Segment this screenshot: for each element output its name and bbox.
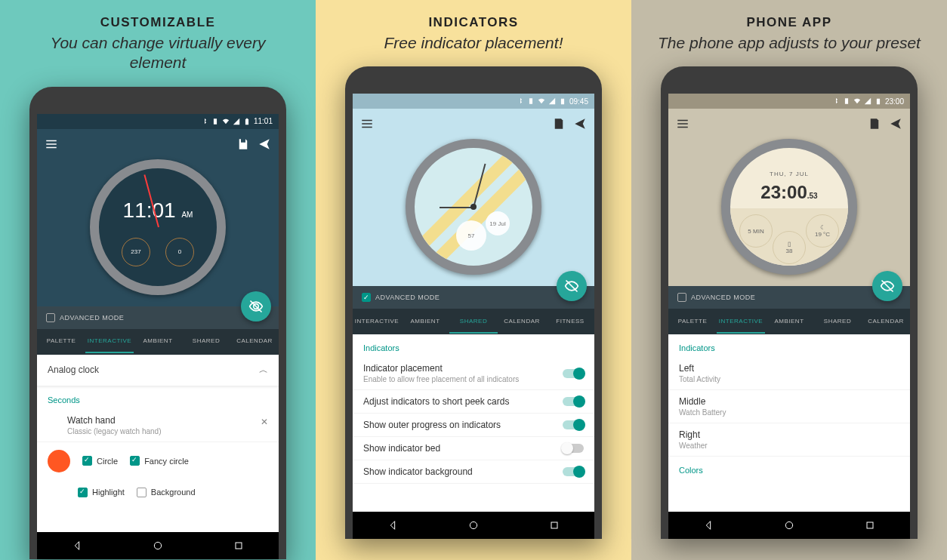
advanced-mode-row: ADVANCED MODE [668, 286, 910, 309]
svg-point-4 [785, 522, 792, 529]
save-icon[interactable] [236, 137, 250, 151]
settings-content: Analog clock ︿ Seconds Watch hand Classi… [37, 355, 279, 532]
advanced-mode-checkbox[interactable] [46, 313, 55, 322]
visibility-fab[interactable] [241, 291, 271, 322]
close-icon[interactable]: ✕ [261, 417, 268, 427]
section-colors: Colors [668, 457, 910, 479]
recents-icon[interactable] [233, 540, 245, 552]
battery-icon [559, 97, 566, 105]
tab-shared[interactable]: SHARED [182, 330, 230, 353]
phone-frame: 23:00 THU, 7 JUL 23:00.53 5 MIN ▯38 ☾19 … [661, 66, 918, 539]
visibility-fab[interactable] [872, 271, 902, 301]
battery-icon [875, 97, 882, 105]
bluetooth-icon [832, 97, 840, 105]
toggle-bg[interactable]: Show indicator background [353, 460, 594, 484]
expand-header-analog[interactable]: Analog clock ︿ [37, 355, 279, 386]
tab-ambient[interactable]: AMBIENT [134, 330, 182, 353]
signal-icon [233, 118, 240, 125]
tab-interactive[interactable]: INTERACTIVE [353, 310, 401, 334]
tab-bar: PALETTE INTERACTIVE AMBIENT SHARED CALEN… [668, 309, 910, 334]
switch-icon[interactable] [563, 420, 584, 429]
back-icon[interactable] [387, 519, 399, 531]
toggle-placement[interactable]: Indicator placementEnable to allow free … [353, 357, 594, 390]
recents-icon[interactable] [548, 519, 560, 531]
tab-fitness[interactable]: FITNESS [546, 310, 594, 334]
section-indicators: Indicators [668, 334, 910, 357]
tab-interactive[interactable]: INTERACTIVE [85, 330, 134, 353]
wifi-icon [538, 97, 545, 105]
home-icon[interactable] [783, 519, 795, 531]
send-icon[interactable] [889, 117, 902, 131]
recents-icon[interactable] [864, 519, 876, 531]
checkbox-background[interactable]: Background [137, 488, 196, 497]
status-bar: 09:45 [353, 94, 594, 109]
status-time: 09:45 [569, 97, 588, 106]
svg-rect-1 [236, 543, 242, 549]
tab-ambient[interactable]: AMBIENT [401, 310, 449, 334]
status-time: 11:01 [254, 117, 273, 125]
checkbox-circle[interactable]: Circle [82, 456, 118, 466]
advanced-mode-checkbox[interactable] [362, 293, 371, 302]
settings-content: Indicators LeftTotal Activity MiddleWatc… [668, 334, 910, 512]
phone-frame: 11:01 11:01 AM 237 0 ADVANCED MODE [29, 87, 286, 559]
tab-bar: PALETTE INTERACTIVE AMBIENT SHARED CALEN… [37, 329, 279, 355]
menu-icon[interactable] [676, 117, 689, 131]
switch-icon[interactable] [563, 397, 584, 406]
watch-preview: THU, 7 JUL 23:00.53 5 MIN ▯38 ☾19 °C [668, 139, 910, 286]
switch-icon[interactable] [563, 444, 584, 453]
settings-content: Indicators Indicator placementEnable to … [353, 334, 594, 512]
send-icon[interactable] [258, 137, 271, 151]
toggle-outer[interactable]: Show outer progress on indicators [353, 414, 594, 437]
home-icon[interactable] [467, 519, 480, 531]
svg-rect-3 [551, 522, 557, 528]
vibrate-icon [843, 97, 850, 105]
switch-icon[interactable] [563, 369, 584, 378]
save-icon[interactable] [868, 117, 881, 131]
tab-calendar[interactable]: CALENDAR [862, 310, 910, 334]
visibility-fab[interactable] [557, 271, 587, 301]
watch-time: 23:00 [760, 182, 807, 202]
back-icon[interactable] [71, 540, 83, 552]
send-icon[interactable] [573, 117, 587, 131]
switch-icon[interactable] [563, 467, 584, 476]
menu-icon[interactable] [45, 137, 58, 151]
save-icon[interactable] [552, 117, 566, 131]
toggle-bed[interactable]: Show indicator bed [353, 437, 594, 460]
svg-point-0 [154, 542, 161, 549]
tab-palette[interactable]: PALETTE [37, 330, 85, 353]
home-icon[interactable] [152, 540, 164, 552]
tab-shared[interactable]: SHARED [449, 310, 498, 334]
advanced-mode-label: ADVANCED MODE [375, 294, 440, 301]
watch-preview: 57 19 Jul [353, 139, 594, 286]
item-watch-hand[interactable]: Watch hand Classic (legacy watch hand) ✕ [37, 409, 279, 442]
advanced-mode-row: ADVANCED MODE [353, 286, 594, 309]
panel-subtitle: You can change virtually every element [11, 33, 305, 73]
checkbox-fancy[interactable]: Fancy circle [130, 456, 189, 466]
tab-shared[interactable]: SHARED [813, 310, 862, 334]
signal-icon [864, 97, 871, 105]
advanced-mode-checkbox[interactable] [677, 293, 686, 302]
tab-calendar[interactable]: CALENDAR [230, 330, 279, 353]
color-swatch[interactable] [48, 450, 70, 472]
panel-subtitle: The phone app adjusts to your preset [646, 33, 933, 53]
bluetooth-icon [201, 118, 208, 125]
panel-title: CUSTOMIZABLE [100, 15, 216, 30]
checkbox-highlight[interactable]: Highlight [78, 488, 125, 497]
nav-bar [353, 512, 594, 539]
tab-palette[interactable]: PALETTE [668, 310, 717, 334]
tab-calendar[interactable]: CALENDAR [498, 310, 546, 334]
item-left[interactable]: LeftTotal Activity [668, 357, 910, 390]
chevron-up-icon: ︿ [259, 364, 268, 377]
bluetooth-icon [517, 97, 524, 105]
item-right[interactable]: RightWeather [668, 423, 910, 457]
battery-icon [243, 118, 251, 125]
tab-interactive[interactable]: INTERACTIVE [717, 310, 765, 334]
section-seconds: Seconds [37, 386, 279, 409]
menu-icon[interactable] [360, 117, 374, 131]
promo-panel-phone-app: PHONE APP The phone app adjusts to your … [631, 0, 947, 560]
back-icon[interactable] [702, 519, 714, 531]
toggle-peek[interactable]: Adjust indicators to short peek cards [353, 390, 594, 414]
wifi-icon [222, 118, 230, 125]
tab-ambient[interactable]: AMBIENT [765, 310, 813, 334]
item-middle[interactable]: MiddleWatch Battery [668, 390, 910, 423]
